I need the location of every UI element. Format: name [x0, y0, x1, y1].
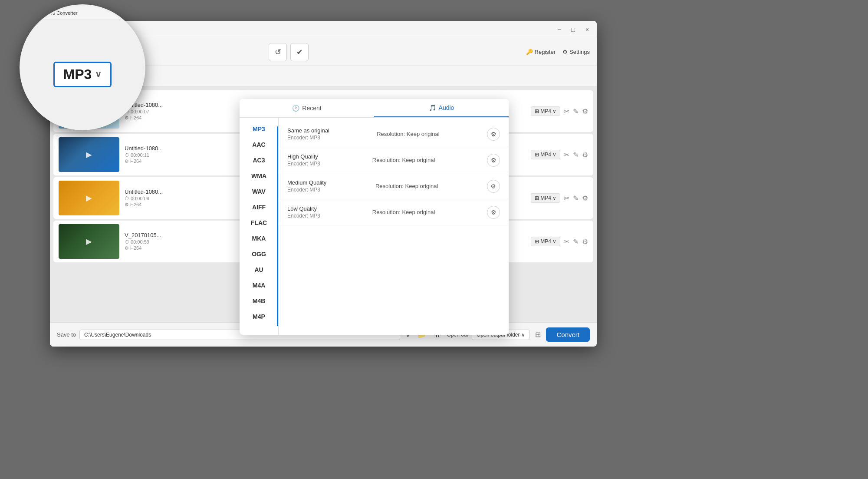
clock-icon: 🕐 — [292, 105, 299, 112]
edit-icon[interactable]: ✎ — [573, 107, 579, 116]
window-controls: − □ × — [555, 25, 592, 34]
list-item[interactable]: OGG — [240, 246, 278, 262]
settings-button[interactable]: ⚙ Settings — [562, 49, 590, 55]
grid-icon: ⊞ — [535, 195, 539, 201]
cut-icon[interactable]: ✂ — [564, 238, 569, 246]
list-item[interactable]: AAC — [240, 137, 278, 152]
chevron-icon: ∨ — [552, 238, 556, 244]
rotate-button[interactable]: ↺ — [269, 43, 287, 61]
quality-name: Low Quality — [287, 205, 320, 212]
tab-recent[interactable]: 🕐 Recent — [240, 99, 374, 117]
music-icon: 🎵 — [429, 104, 436, 111]
quality-settings-button[interactable]: ⚙ — [487, 128, 500, 141]
popup-body: MP3 AAC AC3 WMA WAV AIFF FLAC MKA OGG AU… — [240, 118, 509, 335]
file-actions: ⊞ MP4 ∨ ✂ ✎ ⚙ — [531, 193, 588, 203]
quality-settings-button[interactable]: ⚙ — [487, 206, 500, 219]
edit-icon[interactable]: ✎ — [573, 151, 579, 159]
list-item[interactable]: AU — [240, 262, 278, 277]
magnified-title: Toolits Video Converter — [28, 10, 78, 16]
tab-audio[interactable]: 🎵 Audio — [374, 99, 509, 117]
list-item[interactable]: Low Quality Encoder: MP3 Resolution: Kee… — [279, 199, 509, 225]
magnified-chevron-icon: ∨ — [95, 69, 102, 79]
minimize-button[interactable]: − — [555, 25, 563, 34]
quality-info: High Quality Encoder: MP3 — [287, 153, 320, 167]
grid-icon: ⊞ — [535, 152, 539, 158]
play-icon: ▶ — [86, 150, 92, 159]
quality-resolution: Resolution: Keep original — [372, 209, 435, 215]
gear-icon: ⚙ — [562, 49, 568, 55]
file-thumbnail: ▶ — [59, 137, 119, 172]
maximize-button[interactable]: □ — [569, 25, 577, 34]
list-item[interactable]: AIFF — [240, 199, 278, 215]
grid-view-button[interactable]: ⊞ — [533, 329, 542, 340]
chevron-icon: ∨ — [552, 152, 556, 158]
list-item[interactable]: High Quality Encoder: MP3 Resolution: Ke… — [279, 147, 509, 173]
popup-tabs: 🕐 Recent 🎵 Audio — [240, 99, 509, 118]
chevron-icon: ∨ — [552, 195, 556, 201]
format-badge[interactable]: ⊞ MP4 ∨ — [531, 193, 560, 203]
magnified-content: Toolits Video Converter MP3 ∨ — [21, 6, 144, 129]
magnified-mp3-selector: MP3 ∨ — [53, 62, 112, 87]
quality-name: High Quality — [287, 153, 320, 160]
list-item[interactable]: FLAC — [240, 215, 278, 231]
list-item[interactable]: MKA — [240, 231, 278, 246]
quality-resolution: Resolution: Keep original — [375, 183, 438, 189]
grid-icon: ⊞ — [535, 238, 539, 244]
register-button[interactable]: 🔑 Register — [526, 49, 556, 55]
quality-encoder: Encoder: MP3 — [287, 135, 329, 141]
toolbar-right: 🔑 Register ⚙ Settings — [526, 49, 590, 55]
file-actions: ⊞ MP4 ∨ ✂ ✎ ⚙ — [531, 150, 588, 159]
file-thumbnail: ▶ — [59, 224, 119, 259]
convert-button[interactable]: Convert — [546, 327, 590, 342]
close-button[interactable]: × — [583, 25, 592, 34]
edit-icon[interactable]: ✎ — [573, 238, 579, 246]
save-to-label: Save to — [57, 331, 76, 338]
settings-icon[interactable]: ⚙ — [582, 107, 588, 116]
format-badge[interactable]: ⊞ MP4 ∨ — [531, 150, 560, 159]
play-icon: ▶ — [86, 237, 92, 246]
quality-list: Same as original Encoder: MP3 Resolution… — [279, 118, 509, 335]
chevron-icon: ∨ — [552, 108, 556, 114]
quality-resolution: Resolution: Keep original — [377, 131, 440, 137]
quality-settings-button[interactable]: ⚙ — [487, 154, 500, 167]
check-button[interactable]: ✔ — [290, 43, 309, 61]
list-item[interactable]: M4P — [240, 309, 278, 324]
file-actions: ⊞ MP4 ∨ ✂ ✎ ⚙ — [531, 106, 588, 116]
quality-settings-button[interactable]: ⚙ — [487, 180, 500, 193]
chevron-down-icon: ∨ — [521, 332, 525, 338]
settings-icon[interactable]: ⚙ — [582, 194, 588, 202]
format-picker-popup: 🕐 Recent 🎵 Audio MP3 AAC AC3 WMA WAV AIF… — [240, 99, 509, 335]
play-icon: ▶ — [86, 193, 92, 203]
edit-icon[interactable]: ✎ — [573, 194, 579, 202]
list-item[interactable]: M4A — [240, 277, 278, 293]
list-item[interactable]: Same as original Encoder: MP3 Resolution… — [279, 121, 509, 147]
cut-icon[interactable]: ✂ — [564, 194, 569, 202]
list-item[interactable]: WAV — [240, 184, 278, 199]
cut-icon[interactable]: ✂ — [564, 107, 569, 116]
cut-icon[interactable]: ✂ — [564, 151, 569, 159]
quality-resolution: Resolution: Keep original — [372, 157, 435, 163]
magnified-body: MP3 ∨ — [21, 20, 144, 129]
file-thumbnail: ▶ — [59, 181, 119, 215]
list-item[interactable]: MP3 — [240, 121, 278, 137]
magnified-title-bar: Toolits Video Converter — [21, 6, 144, 20]
quality-info: Medium Quality Encoder: MP3 — [287, 179, 326, 193]
settings-icon[interactable]: ⚙ — [582, 151, 588, 159]
format-badge[interactable]: ⊞ MP4 ∨ — [531, 106, 560, 116]
quality-info: Same as original Encoder: MP3 — [287, 127, 329, 141]
list-item[interactable]: AC3 — [240, 152, 278, 168]
rotate-icon: ↺ — [275, 47, 281, 57]
settings-icon[interactable]: ⚙ — [582, 238, 588, 246]
quality-encoder: Encoder: MP3 — [287, 187, 326, 193]
format-badge[interactable]: ⊞ MP4 ∨ — [531, 237, 560, 246]
grid-icon: ⊞ — [535, 108, 539, 114]
check-icon: ✔ — [296, 47, 303, 57]
magnified-circle: Toolits Video Converter MP3 ∨ — [20, 4, 145, 130]
format-list: MP3 AAC AC3 WMA WAV AIFF FLAC MKA OGG AU… — [240, 118, 279, 335]
list-item[interactable]: Medium Quality Encoder: MP3 Resolution: … — [279, 173, 509, 199]
quality-info: Low Quality Encoder: MP3 — [287, 205, 320, 219]
magnified-mp3-label: MP3 — [63, 66, 92, 83]
list-item[interactable]: M4B — [240, 293, 278, 309]
file-actions: ⊞ MP4 ∨ ✂ ✎ ⚙ — [531, 237, 588, 246]
list-item[interactable]: WMA — [240, 168, 278, 184]
